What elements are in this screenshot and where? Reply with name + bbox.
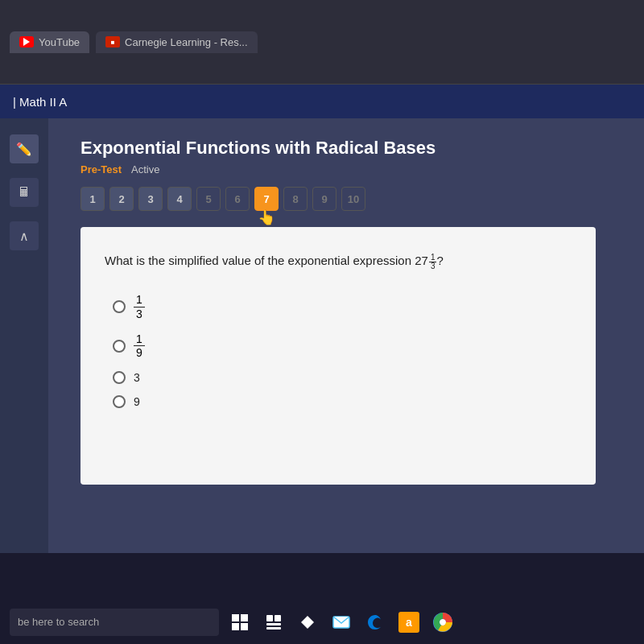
svg-rect-2 <box>232 623 239 630</box>
carnegie-icon: ■ <box>105 36 120 47</box>
choice-1-num: 1 <box>134 293 145 308</box>
svg-rect-0 <box>232 614 239 621</box>
youtube-icon <box>19 36 34 47</box>
mail-icon[interactable] <box>328 609 354 635</box>
tab-carnegie[interactable]: ■ Carnegie Learning - Res... <box>96 31 257 53</box>
chrome-icon[interactable] <box>430 609 456 635</box>
question-btn-9[interactable]: 9 <box>312 187 336 211</box>
choice-2-num: 1 <box>134 332 145 347</box>
svg-point-11 <box>440 619 446 625</box>
svg-rect-3 <box>241 623 248 630</box>
taskbar: be here to search a <box>0 600 644 644</box>
chevron-up-icon[interactable]: ∧ <box>10 221 39 250</box>
choice-3-value: 3 <box>134 371 140 384</box>
question-btn-4[interactable]: 4 <box>167 187 192 211</box>
question-btn-8[interactable]: 8 <box>283 187 308 211</box>
choice-1[interactable]: 1 3 <box>113 293 572 321</box>
choice-4-value: 9 <box>134 395 140 408</box>
svg-marker-8 <box>301 616 314 629</box>
question-text: What is the simplified value of the expo… <box>105 251 572 270</box>
tab-carnegie-label: Carnegie Learning - Res... <box>125 36 247 48</box>
choice-2-fraction: 1 9 <box>134 332 145 361</box>
choice-2[interactable]: 1 9 <box>113 332 572 361</box>
start-menu-button[interactable] <box>295 609 320 635</box>
question-btn-2[interactable]: 2 <box>109 187 134 211</box>
tab-youtube[interactable]: YouTube <box>10 31 89 53</box>
choice-2-den: 9 <box>134 346 145 360</box>
radio-1[interactable] <box>113 300 126 313</box>
question-card: What is the simplified value of the expo… <box>80 227 596 485</box>
question-text-before: What is the simplified value of the expo… <box>105 254 428 267</box>
question-btn-6[interactable]: 6 <box>225 187 250 211</box>
taskbar-search-text: be here to search <box>18 616 99 628</box>
page-subtitle: Pre-Test Active <box>80 163 596 175</box>
question-btn-1[interactable]: 1 <box>80 187 105 211</box>
tab-youtube-label: YouTube <box>39 36 80 48</box>
svg-rect-1 <box>241 614 248 621</box>
question-nav: 1 2 3 4 5 6 7 👆 8 9 10 <box>80 187 596 211</box>
radio-4[interactable] <box>113 395 126 408</box>
question-btn-7[interactable]: 7 👆 <box>254 187 279 211</box>
question-text-after: ? <box>436 254 443 267</box>
task-view-button[interactable] <box>261 609 287 635</box>
active-label: Active <box>131 163 159 175</box>
nav-title: | Math II A <box>13 95 67 109</box>
sidebar: ✏️ 🖩 ∧ <box>0 118 48 553</box>
svg-rect-4 <box>266 615 273 621</box>
windows-button[interactable] <box>227 609 253 635</box>
svg-rect-5 <box>275 615 281 621</box>
radio-2[interactable] <box>113 340 126 353</box>
radio-3[interactable] <box>113 371 126 384</box>
page-title: Exponential Functions with Radical Bases <box>80 138 596 159</box>
taskbar-search[interactable]: be here to search <box>10 609 219 636</box>
choice-1-den: 3 <box>134 308 145 321</box>
amazon-icon[interactable]: a <box>396 609 422 635</box>
choice-3[interactable]: 3 <box>113 371 572 384</box>
choice-1-fraction: 1 3 <box>134 293 145 321</box>
svg-rect-6 <box>266 623 281 625</box>
browser-tabs: YouTube ■ Carnegie Learning - Res... <box>0 0 644 85</box>
edge-icon[interactable] <box>362 609 388 635</box>
pre-test-label: Pre-Test <box>80 163 122 175</box>
question-btn-5[interactable]: 5 <box>196 187 221 211</box>
svg-rect-7 <box>266 627 281 630</box>
question-btn-3[interactable]: 3 <box>138 187 163 211</box>
main-content: ✏️ 🖩 ∧ Exponential Functions with Radica… <box>0 118 644 553</box>
choice-4[interactable]: 9 <box>113 395 572 408</box>
calculator-icon[interactable]: 🖩 <box>10 178 39 207</box>
answer-choices: 1 3 1 9 3 9 <box>105 293 572 408</box>
nav-bar: | Math II A <box>0 85 644 118</box>
pencil-icon[interactable]: ✏️ <box>10 134 39 163</box>
question-btn-10[interactable]: 10 <box>341 187 365 211</box>
